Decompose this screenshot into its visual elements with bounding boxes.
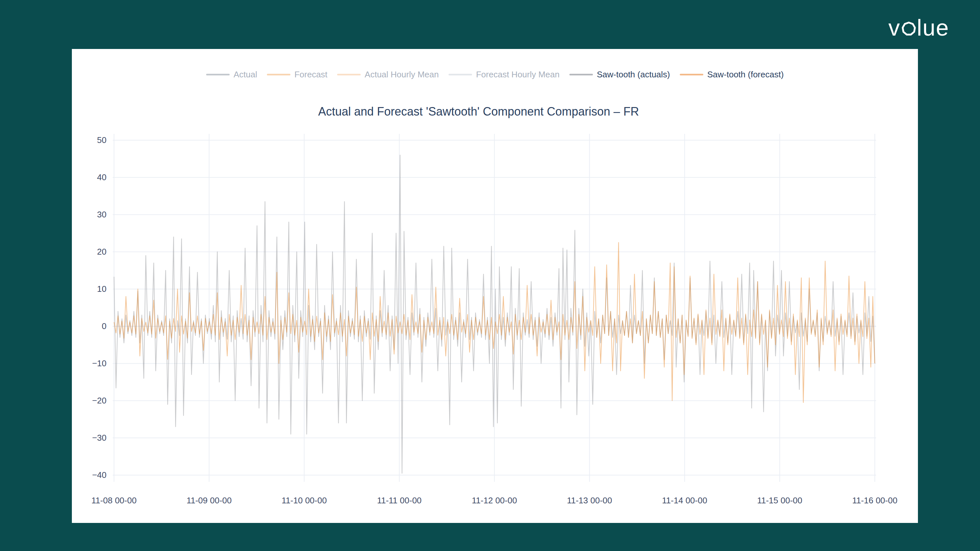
plot-area[interactable]: [113, 134, 876, 482]
legend-line-swatch-icon: [267, 74, 290, 75]
legend-line-swatch-icon: [337, 74, 361, 75]
x-tick-label: 11-11 00-00: [360, 495, 438, 506]
legend-line-swatch-icon: [449, 74, 472, 75]
legend-label: Actual Hourly Mean: [364, 69, 439, 79]
chart-legend: ActualForecastActual Hourly MeanForecast…: [72, 69, 918, 79]
chart-title: Actual and Forecast 'Sawtooth' Component…: [318, 105, 639, 119]
y-tick-label: −10: [75, 358, 107, 368]
legend-item-forecast[interactable]: Forecast: [267, 69, 327, 79]
legend-item-saw-tooth-actuals[interactable]: Saw-tooth (actuals): [570, 69, 670, 79]
legend-label: Forecast: [294, 69, 327, 79]
y-tick-label: 50: [75, 135, 107, 145]
legend-label: Saw-tooth (forecast): [707, 69, 784, 79]
legend-label: Saw-tooth (actuals): [597, 69, 670, 79]
y-tick-label: 0: [75, 321, 107, 331]
x-tick-label: 11-08 00-00: [75, 495, 153, 506]
legend-label: Actual: [234, 69, 257, 79]
y-tick-label: 40: [75, 172, 107, 183]
x-tick-label: 11-16 00-00: [835, 495, 914, 506]
x-tick-label: 11-10 00-00: [265, 495, 343, 506]
legend-item-saw-tooth-forecast[interactable]: Saw-tooth (forecast): [680, 69, 784, 79]
legend-label: Forecast Hourly Mean: [476, 69, 560, 79]
x-tick-label: 11-15 00-00: [741, 495, 819, 506]
volue-logo: v lue: [889, 16, 949, 39]
legend-item-actual[interactable]: Actual: [206, 69, 257, 79]
volue-logo-nonagon-o-icon: [902, 22, 916, 36]
y-tick-label: −40: [75, 470, 107, 480]
legend-item-forecast-hourly-mean[interactable]: Forecast Hourly Mean: [449, 69, 560, 79]
volue-logo-prefix: v: [889, 16, 900, 39]
x-tick-label: 11-13 00-00: [550, 495, 629, 506]
x-tick-label: 11-09 00-00: [170, 495, 248, 506]
legend-line-swatch-icon: [206, 74, 230, 75]
y-tick-label: 10: [75, 284, 107, 294]
x-tick-label: 11-14 00-00: [646, 495, 724, 506]
volue-logo-suffix: lue: [917, 16, 949, 39]
legend-line-swatch-icon: [680, 74, 703, 75]
chart-card: ActualForecastActual Hourly MeanForecast…: [72, 49, 918, 523]
legend-item-actual-hourly-mean[interactable]: Actual Hourly Mean: [337, 69, 439, 79]
legend-line-swatch-icon: [570, 74, 593, 75]
y-tick-label: 30: [75, 209, 107, 220]
y-tick-label: 20: [75, 246, 107, 257]
x-tick-label: 11-12 00-00: [455, 495, 534, 506]
y-tick-label: −20: [75, 395, 107, 406]
y-tick-label: −30: [75, 432, 107, 443]
